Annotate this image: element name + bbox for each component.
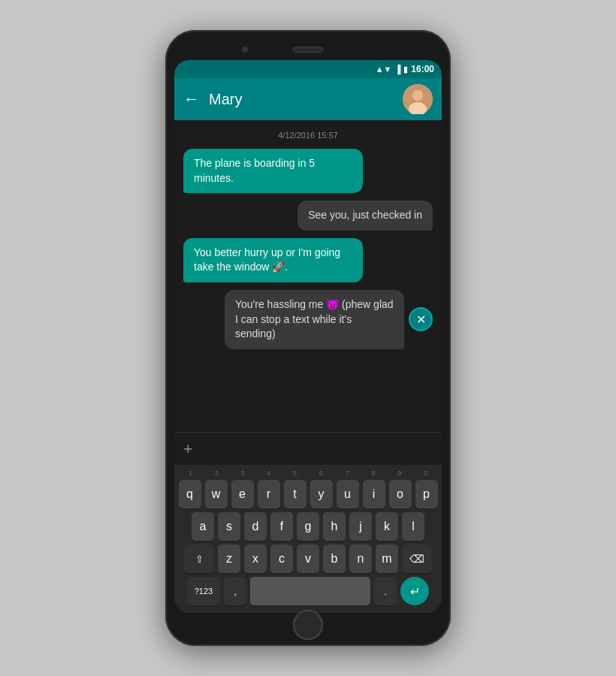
numbers-key[interactable]: ?123 xyxy=(187,577,220,605)
phone-device: ▲▼ ▐ ▮ 16:00 ← Mary 4/12/2016 15: xyxy=(165,30,451,646)
key-m[interactable]: m xyxy=(376,545,398,573)
back-button[interactable]: ← xyxy=(183,89,200,109)
key-row-1: q w e r t y u i o p xyxy=(177,480,439,509)
num-8: 8 xyxy=(362,469,385,477)
key-d[interactable]: d xyxy=(244,512,267,541)
num-3: 3 xyxy=(231,469,254,477)
key-a[interactable]: a xyxy=(192,512,214,541)
received-bubble-1: See you, just checked in xyxy=(297,201,433,231)
num-5: 5 xyxy=(284,469,306,477)
key-r[interactable]: r xyxy=(258,480,280,509)
sent-text-2: You better hurry up or I'm going take th… xyxy=(194,246,340,273)
key-h[interactable]: h xyxy=(323,512,346,541)
phone-top xyxy=(174,39,442,60)
status-bar: ▲▼ ▐ ▮ 16:00 xyxy=(174,60,442,78)
key-t[interactable]: t xyxy=(284,480,306,509)
num-1: 1 xyxy=(179,469,201,477)
received-bubble-2: You're hassling me 😈 (phew glad I can st… xyxy=(225,290,404,349)
num-4: 4 xyxy=(258,469,280,477)
key-y[interactable]: y xyxy=(310,480,333,509)
num-0: 0 xyxy=(415,469,437,477)
status-icons: ▲▼ ▐ ▮ 16:00 xyxy=(376,64,434,74)
home-button[interactable] xyxy=(293,610,323,640)
wifi-icon: ▲▼ xyxy=(376,65,392,74)
message-row-3: You better hurry up or I'm going take th… xyxy=(183,238,433,282)
shift-key[interactable]: ⇧ xyxy=(184,545,214,573)
number-strip: 1 2 3 4 5 6 7 8 9 0 xyxy=(177,469,439,477)
num-7: 7 xyxy=(336,469,358,477)
key-c[interactable]: c xyxy=(270,545,293,573)
speaker-grille xyxy=(293,47,323,53)
message-input[interactable] xyxy=(199,437,433,461)
key-n[interactable]: n xyxy=(349,545,372,573)
key-o[interactable]: o xyxy=(389,480,412,509)
comma-key[interactable]: , xyxy=(224,577,246,605)
key-row-2: a s d f g h j k l xyxy=(177,512,439,541)
sent-bubble-2: You better hurry up or I'm going take th… xyxy=(183,238,363,282)
num-6: 6 xyxy=(310,469,332,477)
sent-bubble-1: The plane is boarding in 5 minutes. xyxy=(183,149,363,193)
chat-timestamp: 4/12/2016 15:57 xyxy=(183,131,433,140)
key-g[interactable]: g xyxy=(297,512,319,541)
num-9: 9 xyxy=(388,469,411,477)
key-k[interactable]: k xyxy=(376,512,398,541)
key-v[interactable]: v xyxy=(297,545,319,573)
keyboard: 1 2 3 4 5 6 7 8 9 0 q w e r t y u i xyxy=(174,465,442,613)
key-row-3: ⇧ z x c v b n m ⌫ xyxy=(177,545,439,573)
key-l[interactable]: l xyxy=(402,512,424,541)
message-row-1: The plane is boarding in 5 minutes. xyxy=(183,149,433,193)
contact-name: Mary xyxy=(209,91,394,108)
num-2: 2 xyxy=(205,469,228,477)
key-z[interactable]: z xyxy=(218,545,240,573)
backspace-key[interactable]: ⌫ xyxy=(402,545,432,573)
contact-avatar[interactable] xyxy=(403,84,433,114)
enter-key[interactable]: ↵ xyxy=(400,577,429,605)
period-key[interactable]: . xyxy=(374,577,397,605)
key-q[interactable]: q xyxy=(179,480,201,509)
signal-icon: ▐ xyxy=(395,65,401,74)
chat-input-bar: + xyxy=(174,432,442,465)
key-e[interactable]: e xyxy=(231,480,254,509)
key-w[interactable]: w xyxy=(205,480,228,509)
key-i[interactable]: i xyxy=(363,480,385,509)
message-row-4: You're hassling me 😈 (phew glad I can st… xyxy=(183,290,433,349)
phone-bottom xyxy=(174,613,442,637)
message-row-2: See you, just checked in xyxy=(183,201,433,231)
chat-area: 4/12/2016 15:57 The plane is boarding in… xyxy=(174,120,442,432)
sent-text-1: The plane is boarding in 5 minutes. xyxy=(194,157,315,184)
key-f[interactable]: f xyxy=(270,512,293,541)
received-text-1: See you, just checked in xyxy=(308,209,422,221)
battery-icon: ▮ xyxy=(403,65,408,74)
space-key[interactable] xyxy=(250,577,370,605)
key-row-4: ?123 , . ↵ xyxy=(177,577,439,605)
key-b[interactable]: b xyxy=(323,545,346,573)
phone-screen: ▲▼ ▐ ▮ 16:00 ← Mary 4/12/2016 15: xyxy=(174,60,442,613)
svg-point-3 xyxy=(412,90,423,101)
received-text-2: You're hassling me 😈 (phew glad I can st… xyxy=(235,298,394,340)
key-j[interactable]: j xyxy=(349,512,372,541)
key-u[interactable]: u xyxy=(337,480,359,509)
attach-button[interactable]: + xyxy=(183,439,193,459)
status-time: 16:00 xyxy=(411,64,434,74)
key-s[interactable]: s xyxy=(218,512,240,541)
cancel-send-button[interactable]: ✕ xyxy=(409,307,433,331)
camera-dot xyxy=(242,47,248,53)
key-p[interactable]: p xyxy=(415,480,438,509)
app-header: ← Mary xyxy=(174,78,442,120)
key-x[interactable]: x xyxy=(244,545,267,573)
